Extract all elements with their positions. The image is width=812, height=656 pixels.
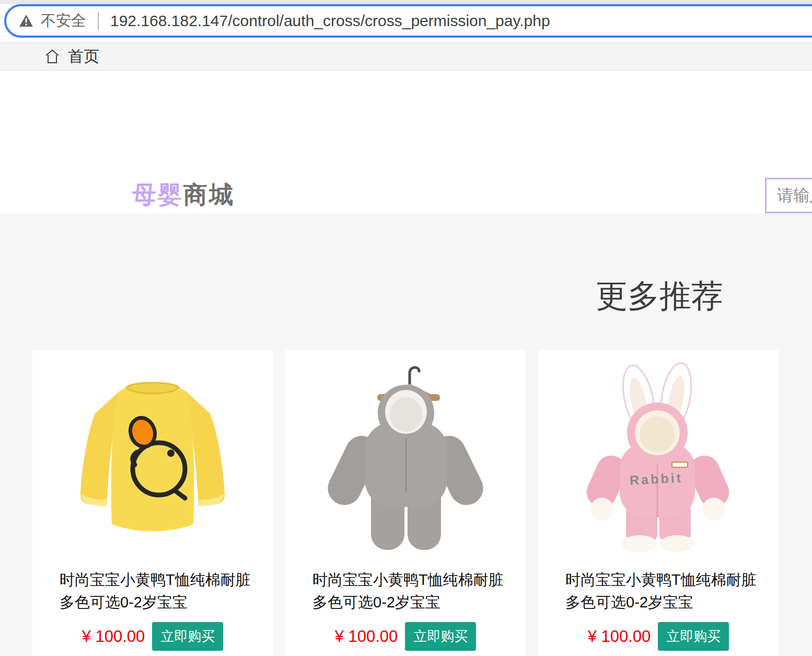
price-row: ¥ 100.00 立即购买 [538,622,779,651]
section-title: 更多推荐 [596,275,723,318]
site-header: 母婴商城 所有商品 今日团购 母婴资讯 关于我们 [0,71,812,213]
product-price: ¥ 100.00 [588,627,651,646]
breadcrumb-home-link[interactable]: 首页 [68,46,99,67]
search-input[interactable] [765,178,812,213]
product-card[interactable]: Rabbit 时尚宝宝小黄鸭T恤纯棉耐脏多色可选0-2岁宝宝 ¥ 100.00 … [538,350,779,656]
breadcrumb: 首页 [0,42,812,71]
product-title[interactable]: 时尚宝宝小黄鸭T恤纯棉耐脏多色可选0-2岁宝宝 [312,569,505,614]
price-row: ¥ 100.00 立即购买 [285,622,526,651]
warning-icon[interactable] [19,14,33,28]
address-bar[interactable]: 不安全 192.168.182.147/control/auth_cross/c… [4,4,812,38]
garment-text: Rabbit [629,470,683,488]
logo-part-1: 母婴 [132,181,183,208]
url-text[interactable]: 192.168.182.147/control/auth_cross/cross… [110,12,550,30]
product-image-yellow-duck-tshirt[interactable] [32,350,273,565]
product-card[interactable]: 时尚宝宝小黄鸭T恤纯棉耐脏多色可选0-2岁宝宝 ¥ 100.00 立即购买 [32,350,273,656]
site-logo[interactable]: 母婴商城 [132,179,235,211]
buy-now-button[interactable]: 立即购买 [658,622,729,651]
buy-now-button[interactable]: 立即购买 [405,622,476,651]
product-title[interactable]: 时尚宝宝小黄鸭T恤纯棉耐脏多色可选0-2岁宝宝 [60,569,252,614]
product-image-gray-fleece-romper[interactable] [285,350,526,565]
product-card[interactable]: 时尚宝宝小黄鸭T恤纯棉耐脏多色可选0-2岁宝宝 ¥ 100.00 立即购买 [285,350,526,656]
home-icon[interactable] [44,48,61,65]
price-row: ¥ 100.00 立即购买 [32,622,273,651]
address-separator [98,12,99,30]
logo-part-2: 商城 [183,181,235,208]
page: 不安全 192.168.182.147/control/auth_cross/c… [0,0,812,656]
product-price: ¥ 100.00 [82,627,145,646]
product-price: ¥ 100.00 [335,627,398,646]
product-title[interactable]: 时尚宝宝小黄鸭T恤纯棉耐脏多色可选0-2岁宝宝 [565,569,758,614]
top-strip [0,0,812,4]
product-image-pink-rabbit-romper[interactable]: Rabbit [538,350,779,565]
security-label[interactable]: 不安全 [41,10,86,31]
buy-now-button[interactable]: 立即购买 [152,622,223,651]
recommend-section: 更多推荐 [0,213,812,656]
